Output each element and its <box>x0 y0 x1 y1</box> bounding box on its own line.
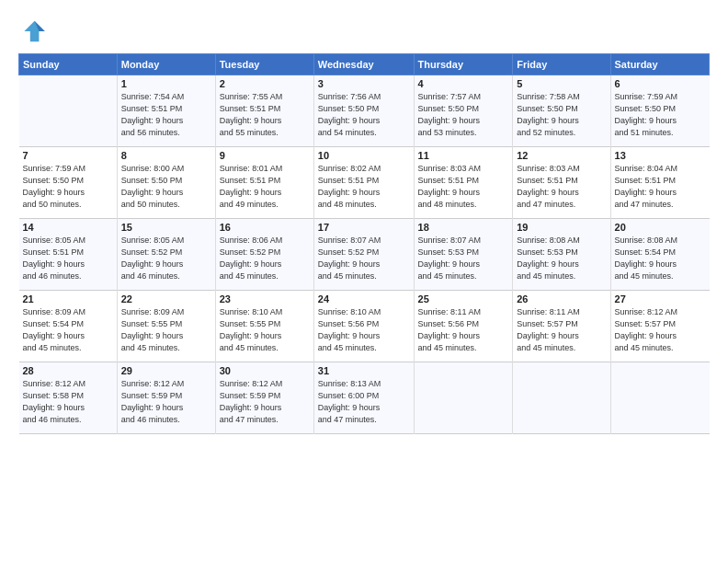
logo-icon <box>18 17 48 46</box>
week-row-4: 21Sunrise: 8:09 AMSunset: 5:54 PMDayligh… <box>19 291 710 362</box>
day-info: Sunrise: 8:09 AMSunset: 5:54 PMDaylight:… <box>23 306 113 354</box>
day-info: Sunrise: 8:12 AMSunset: 5:57 PMDaylight:… <box>615 306 706 354</box>
day-info: Sunrise: 8:01 AMSunset: 5:51 PMDaylight:… <box>220 163 310 211</box>
calendar-cell: 10Sunrise: 8:02 AMSunset: 5:51 PMDayligh… <box>313 147 414 219</box>
weekday-header-wednesday: Wednesday <box>313 54 414 75</box>
day-info: Sunrise: 8:08 AMSunset: 5:53 PMDaylight:… <box>517 235 606 282</box>
weekday-header-row: SundayMondayTuesdayWednesdayThursdayFrid… <box>19 54 710 75</box>
calendar-cell: 22Sunrise: 8:09 AMSunset: 5:55 PMDayligh… <box>117 291 215 362</box>
day-info: Sunrise: 7:59 AMSunset: 5:50 PMDaylight:… <box>615 91 706 139</box>
weekday-header-friday: Friday <box>513 54 610 75</box>
calendar-cell: 26Sunrise: 8:11 AMSunset: 5:57 PMDayligh… <box>513 291 610 362</box>
day-info: Sunrise: 8:12 AMSunset: 5:58 PMDaylight:… <box>23 378 113 426</box>
weekday-header-tuesday: Tuesday <box>215 54 313 75</box>
day-number: 22 <box>121 293 211 304</box>
day-number: 29 <box>121 365 211 376</box>
day-number: 26 <box>517 293 606 304</box>
calendar-cell: 16Sunrise: 8:06 AMSunset: 5:52 PMDayligh… <box>215 219 313 291</box>
day-info: Sunrise: 7:59 AMSunset: 5:50 PMDaylight:… <box>23 163 113 211</box>
day-number: 16 <box>220 222 310 233</box>
day-number: 24 <box>318 293 410 304</box>
day-number: 7 <box>23 150 113 161</box>
day-info: Sunrise: 8:03 AMSunset: 5:51 PMDaylight:… <box>418 163 509 211</box>
calendar-cell: 4Sunrise: 7:57 AMSunset: 5:50 PMDaylight… <box>414 75 513 147</box>
day-info: Sunrise: 8:03 AMSunset: 5:51 PMDaylight:… <box>517 163 606 211</box>
calendar-cell: 8Sunrise: 8:00 AMSunset: 5:50 PMDaylight… <box>117 147 215 219</box>
calendar-cell: 12Sunrise: 8:03 AMSunset: 5:51 PMDayligh… <box>513 147 610 219</box>
week-row-1: 1Sunrise: 7:54 AMSunset: 5:51 PMDaylight… <box>19 75 710 147</box>
day-info: Sunrise: 7:54 AMSunset: 5:51 PMDaylight:… <box>121 91 211 139</box>
week-row-2: 7Sunrise: 7:59 AMSunset: 5:50 PMDaylight… <box>19 147 710 219</box>
day-info: Sunrise: 7:58 AMSunset: 5:50 PMDaylight:… <box>517 91 606 139</box>
calendar-cell: 23Sunrise: 8:10 AMSunset: 5:55 PMDayligh… <box>215 291 313 362</box>
day-info: Sunrise: 8:06 AMSunset: 5:52 PMDaylight:… <box>220 235 310 282</box>
calendar-cell: 13Sunrise: 8:04 AMSunset: 5:51 PMDayligh… <box>610 147 709 219</box>
calendar-cell: 1Sunrise: 7:54 AMSunset: 5:51 PMDaylight… <box>117 75 215 147</box>
calendar-cell: 2Sunrise: 7:55 AMSunset: 5:51 PMDaylight… <box>215 75 313 147</box>
day-info: Sunrise: 7:55 AMSunset: 5:51 PMDaylight:… <box>220 91 310 139</box>
day-number: 3 <box>318 78 410 89</box>
day-number: 12 <box>517 150 606 161</box>
day-number: 4 <box>418 78 509 89</box>
day-number: 20 <box>615 222 706 233</box>
weekday-header-saturday: Saturday <box>610 54 709 75</box>
week-row-5: 28Sunrise: 8:12 AMSunset: 5:58 PMDayligh… <box>19 362 710 434</box>
calendar-cell: 27Sunrise: 8:12 AMSunset: 5:57 PMDayligh… <box>610 291 709 362</box>
day-number: 13 <box>615 150 706 161</box>
day-info: Sunrise: 8:05 AMSunset: 5:52 PMDaylight:… <box>121 235 211 282</box>
calendar-cell <box>414 362 513 434</box>
calendar-cell: 17Sunrise: 8:07 AMSunset: 5:52 PMDayligh… <box>313 219 414 291</box>
calendar-cell <box>19 75 118 147</box>
header <box>18 17 710 46</box>
day-info: Sunrise: 8:10 AMSunset: 5:55 PMDaylight:… <box>220 306 310 354</box>
calendar-cell: 21Sunrise: 8:09 AMSunset: 5:54 PMDayligh… <box>19 291 118 362</box>
day-number: 19 <box>517 222 606 233</box>
day-number: 15 <box>121 222 211 233</box>
day-info: Sunrise: 8:07 AMSunset: 5:52 PMDaylight:… <box>318 235 410 282</box>
day-info: Sunrise: 8:07 AMSunset: 5:53 PMDaylight:… <box>418 235 509 282</box>
day-number: 2 <box>220 78 310 89</box>
day-info: Sunrise: 8:12 AMSunset: 5:59 PMDaylight:… <box>220 378 310 426</box>
calendar-cell <box>610 362 709 434</box>
day-info: Sunrise: 7:56 AMSunset: 5:50 PMDaylight:… <box>318 91 410 139</box>
day-number: 8 <box>121 150 211 161</box>
day-info: Sunrise: 8:12 AMSunset: 5:59 PMDaylight:… <box>121 378 211 426</box>
calendar-cell: 9Sunrise: 8:01 AMSunset: 5:51 PMDaylight… <box>215 147 313 219</box>
day-info: Sunrise: 8:04 AMSunset: 5:51 PMDaylight:… <box>615 163 706 211</box>
day-number: 27 <box>615 293 706 304</box>
day-number: 1 <box>121 78 211 89</box>
weekday-header-thursday: Thursday <box>414 54 513 75</box>
day-info: Sunrise: 8:08 AMSunset: 5:54 PMDaylight:… <box>615 235 706 282</box>
calendar-cell: 28Sunrise: 8:12 AMSunset: 5:58 PMDayligh… <box>19 362 118 434</box>
calendar-cell: 18Sunrise: 8:07 AMSunset: 5:53 PMDayligh… <box>414 219 513 291</box>
day-number: 5 <box>517 78 606 89</box>
calendar-cell <box>513 362 610 434</box>
day-info: Sunrise: 8:02 AMSunset: 5:51 PMDaylight:… <box>318 163 410 211</box>
logo <box>18 17 51 46</box>
day-number: 31 <box>318 365 410 376</box>
day-info: Sunrise: 8:09 AMSunset: 5:55 PMDaylight:… <box>121 306 211 354</box>
day-number: 11 <box>418 150 509 161</box>
day-number: 30 <box>220 365 310 376</box>
calendar-cell: 5Sunrise: 7:58 AMSunset: 5:50 PMDaylight… <box>513 75 610 147</box>
day-number: 10 <box>318 150 410 161</box>
day-number: 21 <box>23 293 113 304</box>
day-info: Sunrise: 7:57 AMSunset: 5:50 PMDaylight:… <box>418 91 509 139</box>
calendar-cell: 3Sunrise: 7:56 AMSunset: 5:50 PMDaylight… <box>313 75 414 147</box>
calendar-cell: 7Sunrise: 7:59 AMSunset: 5:50 PMDaylight… <box>19 147 118 219</box>
calendar-cell: 14Sunrise: 8:05 AMSunset: 5:51 PMDayligh… <box>19 219 118 291</box>
calendar-cell: 31Sunrise: 8:13 AMSunset: 6:00 PMDayligh… <box>313 362 414 434</box>
calendar-cell: 20Sunrise: 8:08 AMSunset: 5:54 PMDayligh… <box>610 219 709 291</box>
day-number: 17 <box>318 222 410 233</box>
calendar-cell: 11Sunrise: 8:03 AMSunset: 5:51 PMDayligh… <box>414 147 513 219</box>
calendar-cell: 15Sunrise: 8:05 AMSunset: 5:52 PMDayligh… <box>117 219 215 291</box>
day-info: Sunrise: 8:11 AMSunset: 5:57 PMDaylight:… <box>517 306 606 354</box>
week-row-3: 14Sunrise: 8:05 AMSunset: 5:51 PMDayligh… <box>19 219 710 291</box>
day-info: Sunrise: 8:00 AMSunset: 5:50 PMDaylight:… <box>121 163 211 211</box>
calendar-cell: 24Sunrise: 8:10 AMSunset: 5:56 PMDayligh… <box>313 291 414 362</box>
day-info: Sunrise: 8:10 AMSunset: 5:56 PMDaylight:… <box>318 306 410 354</box>
day-number: 14 <box>23 222 113 233</box>
day-number: 6 <box>615 78 706 89</box>
calendar-cell: 19Sunrise: 8:08 AMSunset: 5:53 PMDayligh… <box>513 219 610 291</box>
calendar-cell: 25Sunrise: 8:11 AMSunset: 5:56 PMDayligh… <box>414 291 513 362</box>
